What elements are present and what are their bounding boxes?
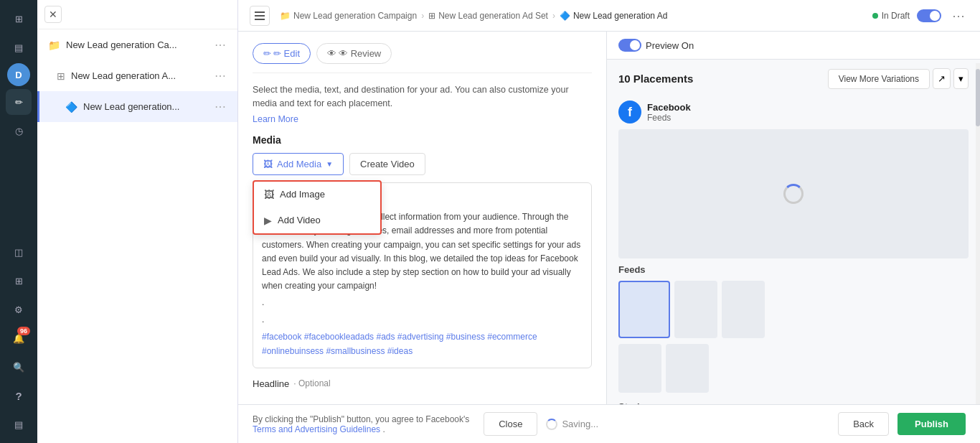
layers-icon[interactable]: ▤ <box>6 411 32 437</box>
settings-icon[interactable]: ⚙ <box>6 297 32 322</box>
image-placeholder-icon: 🖼 <box>263 159 273 169</box>
placement-name-group: Facebook Feeds <box>647 102 691 123</box>
add-video-label: Add Video <box>278 215 321 225</box>
feed-thumb-1[interactable] <box>618 281 670 338</box>
ad-breadcrumb-label: New Lead generation Ad <box>573 11 667 21</box>
campaign-more-icon[interactable]: ⋯ <box>212 37 229 53</box>
media-section-title: Media <box>253 134 592 146</box>
home-icon[interactable]: ⊞ <box>6 6 32 32</box>
add-video-menu-item[interactable]: ▶ Add Video <box>254 207 380 233</box>
learn-more-link[interactable]: Learn More <box>253 114 298 124</box>
preview-top-bar: Preview On <box>607 32 980 60</box>
breadcrumb-adset[interactable]: ⊞ New Lead generation Ad Set <box>428 11 548 21</box>
terms-link[interactable]: Terms and Advertising Guidelines <box>253 424 380 434</box>
tree-header: ✕ <box>37 0 237 29</box>
scrollbar-track[interactable] <box>976 63 980 404</box>
review-button[interactable]: 👁 👁 Review <box>316 43 392 64</box>
platform-label: Facebook <box>647 102 691 113</box>
stories-section: Stories <box>618 401 969 404</box>
post-dots: . <box>262 296 583 309</box>
add-image-label: Add Image <box>280 189 325 200</box>
ad-more-icon[interactable]: ⋯ <box>212 98 229 115</box>
tree-item-campaign[interactable]: 📁 New Lead generation Ca... ⋯ <box>37 29 237 60</box>
add-media-button[interactable]: 🖼 Add Media ▼ <box>253 153 344 175</box>
headline-label: Headline <box>253 378 289 389</box>
preview-panel: Preview On 10 Placements View More Varia… <box>607 32 980 404</box>
back-button[interactable]: Back <box>838 412 889 436</box>
clock-icon[interactable]: ◷ <box>6 118 32 144</box>
media-dropdown-menu: 🖼 Add Image ▶ Add Video <box>253 180 382 235</box>
preview-on-label: Preview On <box>646 40 694 51</box>
adset-more-icon[interactable]: ⋯ <box>212 67 229 84</box>
search-icon[interactable]: 🔍 <box>6 354 32 380</box>
breadcrumb-sep-1: › <box>421 11 424 21</box>
avatar[interactable]: D <box>7 63 30 86</box>
add-image-icon: 🖼 <box>264 189 274 200</box>
review-eye-icon: 👁 <box>327 48 336 59</box>
preview-main-image <box>618 129 969 258</box>
help-icon[interactable]: ? <box>6 383 32 409</box>
external-link-button[interactable]: ↗ <box>933 68 951 89</box>
view-more-variations-button[interactable]: View More Variations <box>828 69 930 89</box>
sidebar-toggle-button[interactable] <box>250 6 270 26</box>
feeds-section: Feeds <box>618 264 969 338</box>
feeds-thumbnails <box>618 281 969 338</box>
chart-icon[interactable]: ▤ <box>6 34 32 60</box>
preview-toggle: Preview On <box>618 39 694 52</box>
facebook-placement-section: f Facebook Feeds Feeds <box>618 95 969 404</box>
svg-rect-0 <box>255 11 265 13</box>
feeds-title: Feeds <box>618 264 969 275</box>
nav-right: In Draft ⋯ <box>872 6 969 26</box>
terms-text: By clicking the "Publish" button, you ag… <box>253 414 475 434</box>
create-video-button[interactable]: Create Video <box>349 153 425 175</box>
adset-label: New Lead generation A... <box>71 70 206 81</box>
saving-indicator: Saving... <box>546 419 598 430</box>
feed-row-2 <box>618 344 969 393</box>
tree-item-ad[interactable]: 🔷 New Lead generation... ⋯ <box>37 91 237 122</box>
bottom-bar: By clicking the "Publish" button, you ag… <box>238 404 980 443</box>
breadcrumb-campaign[interactable]: 📁 New Lead generation Campaign <box>280 11 417 21</box>
breadcrumb: 📁 New Lead generation Campaign › ⊞ New L… <box>280 11 868 21</box>
close-button[interactable]: Close <box>484 412 537 436</box>
feed-thumb-4[interactable] <box>618 344 661 393</box>
edit-icon[interactable]: ✏ <box>6 89 32 115</box>
grid-icon[interactable]: ⊞ <box>6 268 32 294</box>
edit-button[interactable]: ✏ ✏ Edit <box>253 43 311 64</box>
feed-thumb-5[interactable] <box>666 344 709 393</box>
breadcrumb-ad[interactable]: 🔷 New Lead generation Ad <box>560 11 667 21</box>
saving-spinner <box>546 419 557 430</box>
campaign-breadcrumb-icon: 📁 <box>280 11 291 21</box>
draft-label: In Draft <box>882 11 910 21</box>
saving-label: Saving... <box>562 419 598 429</box>
draft-dot <box>872 13 878 19</box>
publish-button[interactable]: Publish <box>897 413 966 435</box>
person-icon[interactable]: ◫ <box>6 239 32 265</box>
adset-breadcrumb-label: New Lead generation Ad Set <box>438 11 548 21</box>
tree-panel: ✕ 📁 New Lead generation Ca... ⋯ ⊞ New Le… <box>37 0 238 443</box>
optional-tag: · Optional <box>293 378 330 388</box>
external-link-icon: ↗ <box>938 73 946 84</box>
placements-title: 10 Placements <box>618 73 693 85</box>
view-more-label: View More Variations <box>839 74 919 84</box>
preview-toggle-switch[interactable] <box>618 39 641 52</box>
editor-panel: ✏ ✏ Edit 👁 👁 Review Select the media, te… <box>238 32 607 404</box>
post-dots-2: . <box>262 313 583 327</box>
add-video-icon: ▶ <box>264 215 272 226</box>
svg-rect-2 <box>255 19 265 20</box>
scrollbar-thumb[interactable] <box>976 69 980 126</box>
stories-title: Stories <box>618 401 969 404</box>
ad-breadcrumb-icon: 🔷 <box>560 11 570 21</box>
chevron-down-button[interactable]: ▾ <box>953 68 969 89</box>
add-image-menu-item[interactable]: 🖼 Add Image <box>254 182 380 207</box>
terms-text-end: . <box>382 424 385 434</box>
platform-type: Feeds <box>647 113 691 123</box>
preview-content: f Facebook Feeds Feeds <box>607 95 980 404</box>
more-options-button[interactable]: ⋯ <box>948 6 969 26</box>
feed-thumb-3[interactable] <box>722 281 765 338</box>
ad-icon: 🔷 <box>65 101 77 113</box>
draft-toggle[interactable] <box>917 9 941 22</box>
tree-item-adset[interactable]: ⊞ New Lead generation A... ⋯ <box>37 60 237 91</box>
feed-thumb-2[interactable] <box>674 281 717 338</box>
close-tree-button[interactable]: ✕ <box>44 6 62 23</box>
bell-icon[interactable]: 🔔 96 <box>6 325 32 351</box>
